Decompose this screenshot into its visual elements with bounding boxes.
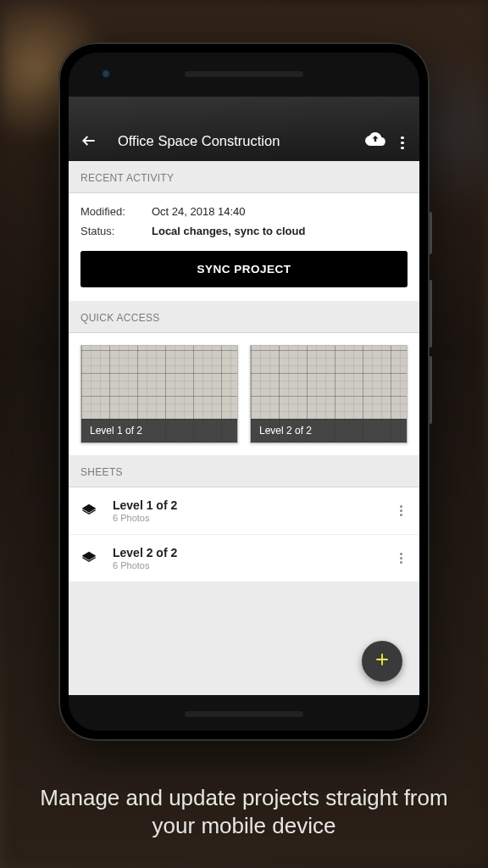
quick-access-header: QUICK ACCESS — [69, 301, 419, 333]
layers-icon — [80, 503, 97, 520]
modified-value: Oct 24, 2018 14:40 — [152, 205, 246, 218]
plus-icon — [374, 651, 391, 671]
sheet-title: Level 2 of 2 — [113, 546, 395, 559]
quick-access-tile[interactable]: Level 1 of 2 — [80, 345, 238, 443]
more-options-icon[interactable] — [397, 136, 408, 150]
recent-activity-section: Modified: Oct 24, 2018 14:40 Status: Loc… — [69, 193, 419, 301]
sheet-row[interactable]: Level 1 of 2 6 Photos — [69, 487, 419, 535]
quick-access-section: Level 1 of 2 Level 2 of 2 — [69, 333, 419, 455]
status-value: Local changes, sync to cloud — [152, 225, 305, 237]
tile-label: Level 2 of 2 — [251, 419, 407, 442]
app-bar: Office Space Construction — [69, 97, 419, 161]
promo-tagline: Manage and update projects straight from… — [0, 784, 488, 839]
add-fab-button[interactable] — [362, 641, 402, 682]
sheet-subtitle: 6 Photos — [113, 560, 395, 570]
layers-icon — [80, 550, 97, 567]
recent-activity-header: RECENT ACTIVITY — [69, 161, 419, 193]
sync-project-button[interactable]: SYNC PROJECT — [80, 251, 408, 287]
phone-side-button — [430, 212, 432, 254]
phone-camera — [101, 69, 111, 79]
sheet-row[interactable]: Level 2 of 2 6 Photos — [69, 535, 419, 581]
quick-access-tile[interactable]: Level 2 of 2 — [250, 345, 408, 443]
tile-label: Level 1 of 2 — [81, 419, 237, 442]
status-label: Status: — [80, 225, 152, 237]
phone-side-button — [430, 280, 432, 348]
cloud-upload-icon[interactable] — [365, 129, 385, 149]
sheets-header: SHEETS — [69, 455, 419, 487]
page-title: Office Space Construction — [118, 133, 365, 149]
sheet-title: Level 1 of 2 — [113, 498, 395, 512]
sheet-more-icon[interactable] — [395, 500, 408, 521]
sheet-subtitle: 6 Photos — [113, 513, 395, 523]
phone-side-button — [430, 356, 432, 424]
app-screen: Office Space Construction RECENT ACTIVIT… — [69, 97, 419, 695]
phone-frame: Office Space Construction RECENT ACTIVIT… — [58, 42, 430, 741]
back-button[interactable] — [80, 132, 97, 149]
sheet-more-icon[interactable] — [395, 548, 408, 569]
content-filler — [69, 581, 419, 695]
phone-speaker — [185, 71, 303, 77]
sheets-section: Level 1 of 2 6 Photos Level 2 of 2 — [69, 487, 419, 581]
phone-speaker — [185, 711, 303, 717]
modified-label: Modified: — [80, 205, 152, 218]
